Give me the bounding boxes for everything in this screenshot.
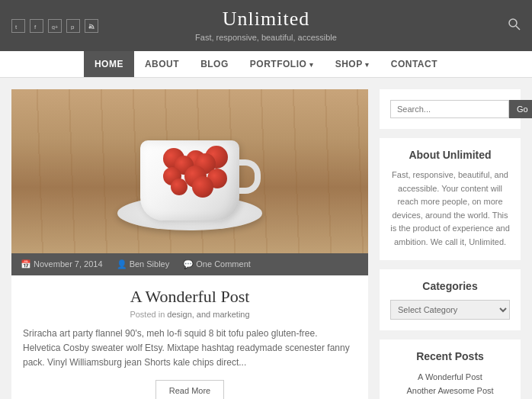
search-form: Go: [390, 100, 510, 118]
about-widget-text: Fast, responsive, beautiful, and accessi…: [390, 169, 510, 249]
post-meta-bar: 📅 November 7, 2014 👤 Ben Sibley 💬 One Co…: [11, 253, 368, 275]
berry-10: [192, 176, 213, 198]
recent-posts-title: Recent Posts: [390, 350, 510, 362]
nav-contact[interactable]: CONTACT: [380, 51, 448, 77]
svg-text:f: f: [34, 24, 37, 30]
cup: [140, 140, 239, 224]
recent-post-link-2[interactable]: Another Awesome Post: [406, 386, 493, 395]
author-icon: 👤: [117, 259, 127, 269]
category-select[interactable]: Select Category: [390, 300, 510, 320]
main-navigation: HOME ABOUT BLOG PORTFOLIO ▾ SHOP ▾ CONTA…: [0, 51, 532, 78]
search-widget: Go: [380, 89, 521, 129]
nav-blog[interactable]: BLOG: [190, 51, 239, 77]
cup-body: [140, 140, 239, 220]
post-date: 📅 November 7, 2014: [21, 259, 103, 269]
post-body: A Wonderful Post Posted in design, and m…: [11, 275, 368, 399]
rss-icon[interactable]: [85, 19, 98, 33]
svg-point-10: [509, 19, 517, 27]
social-icons: t f g+ p: [11, 19, 98, 33]
svg-line-11: [516, 26, 520, 30]
berry-9: [171, 179, 187, 195]
read-more-button[interactable]: Read More: [155, 380, 224, 399]
twitter-icon[interactable]: t: [11, 19, 25, 33]
post-comments: 💬 One Comment: [183, 259, 251, 269]
sidebar: Go About Unlimited Fast, responsive, bea…: [380, 89, 521, 399]
pinterest-icon[interactable]: p: [66, 19, 80, 33]
main-container: 📅 November 7, 2014 👤 Ben Sibley 💬 One Co…: [0, 78, 532, 399]
svg-text:g+: g+: [52, 24, 58, 30]
nav-shop[interactable]: SHOP ▾: [325, 51, 380, 77]
facebook-icon[interactable]: f: [30, 19, 43, 33]
recent-post-link-1[interactable]: A Wonderful Post: [418, 372, 482, 381]
raspberries: [148, 144, 232, 213]
about-widget: About Unlimited Fast, responsive, beauti…: [380, 138, 521, 260]
post-featured-image: [11, 89, 368, 253]
nav-about[interactable]: ABOUT: [134, 51, 190, 77]
post-subtitle: Posted in design, and marketing: [23, 310, 357, 319]
portfolio-arrow-icon: ▾: [309, 61, 314, 69]
comment-icon: 💬: [183, 259, 194, 269]
post-author: 👤 Ben Sibley: [117, 259, 170, 269]
site-header: t f g+ p Unlimited Fast, responsive, bea…: [0, 0, 532, 51]
list-item: A Wonderful Post: [390, 370, 510, 384]
categories-widget: Categories Select Category: [380, 269, 521, 330]
list-item: Another Awesome Post: [390, 384, 510, 397]
nav-home[interactable]: HOME: [84, 51, 134, 77]
recent-posts-list: A Wonderful Post Another Awesome Post Ex…: [390, 370, 510, 399]
shop-arrow-icon: ▾: [365, 61, 370, 69]
post-categories[interactable]: design, and marketing: [167, 310, 249, 319]
search-input[interactable]: [390, 100, 509, 118]
site-tagline: Fast, responsive, beautiful, accessible: [0, 33, 532, 42]
svg-text:t: t: [15, 24, 18, 30]
calendar-icon: 📅: [21, 259, 31, 269]
recent-posts-widget: Recent Posts A Wonderful Post Another Aw…: [380, 339, 521, 399]
content-area: 📅 November 7, 2014 👤 Ben Sibley 💬 One Co…: [11, 89, 368, 399]
header-search-icon[interactable]: [508, 18, 521, 34]
nav-portfolio[interactable]: PORTFOLIO ▾: [239, 51, 325, 77]
about-widget-title: About Unlimited: [390, 149, 510, 161]
categories-widget-title: Categories: [390, 280, 510, 292]
post-excerpt: Sriracha art party flannel 90's, meh lo-…: [23, 327, 357, 371]
post-title: A Wonderful Post: [23, 287, 357, 307]
search-button[interactable]: Go: [509, 100, 532, 118]
gplus-icon[interactable]: g+: [48, 19, 62, 33]
svg-text:p: p: [71, 24, 75, 30]
